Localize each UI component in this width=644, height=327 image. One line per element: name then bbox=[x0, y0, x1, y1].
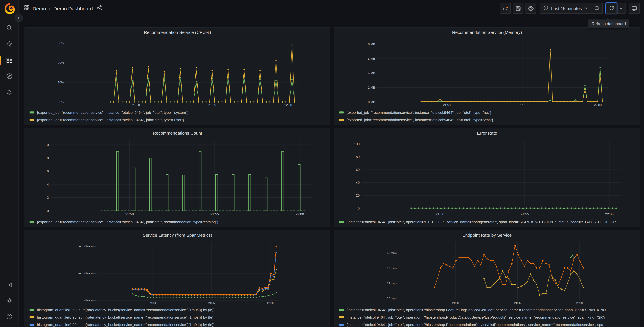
legend-item[interactable]: {instance="otelcol:9464", job="otel", op… bbox=[339, 321, 637, 327]
apps-grid-icon bbox=[24, 5, 30, 12]
time-range-picker[interactable]: Last 15 minutes bbox=[540, 3, 592, 14]
svg-text:20%: 20% bbox=[58, 61, 64, 64]
svg-text:21:50: 21:50 bbox=[125, 212, 134, 216]
legend-swatch-yellow bbox=[339, 316, 344, 318]
svg-text:0.3 req/s: 0.3 req/s bbox=[387, 252, 396, 254]
svg-text:21:55: 21:55 bbox=[520, 212, 529, 216]
svg-text:0 milliseconds: 0 milliseconds bbox=[81, 299, 97, 302]
legend-label: {instance="otelcol:9464", job="otel", op… bbox=[346, 315, 605, 319]
sidebar-item-help[interactable] bbox=[2, 311, 16, 324]
save-dashboard-button[interactable] bbox=[513, 3, 524, 14]
svg-text:21:50: 21:50 bbox=[452, 302, 459, 304]
search-icon bbox=[6, 24, 12, 32]
time-range-label: Last 15 minutes bbox=[551, 6, 582, 11]
chart-canvas-memory[interactable]: 21:5021:5522:000 MB2 MB4 MB6 MB8 MB bbox=[337, 37, 637, 108]
refresh-dashboard-button[interactable] bbox=[606, 3, 617, 14]
svg-text:8: 8 bbox=[47, 156, 49, 160]
legend: {instance="otelcol:9464", job="otel", op… bbox=[337, 306, 637, 327]
sidebar-item-explore[interactable] bbox=[2, 70, 16, 83]
panel-error-rate: Error Rate 21:5021:5522:00020406080100 {… bbox=[334, 128, 640, 227]
dashboard-toolbar: Last 15 minutes bbox=[500, 3, 640, 14]
legend-swatch-blue bbox=[339, 324, 344, 326]
svg-text:60: 60 bbox=[356, 168, 360, 172]
legend-item[interactable]: {instance="otelcol:9464", job="otel", op… bbox=[339, 314, 637, 321]
panel-endpoint-rate: Endpoint Rate by Service 21:5021:5522:00… bbox=[334, 230, 640, 327]
refresh-tooltip-text: Refresh dashboard bbox=[592, 22, 626, 26]
kiosk-mode-button[interactable] bbox=[629, 3, 640, 14]
svg-text:8 MB: 8 MB bbox=[368, 43, 375, 46]
panel-title[interactable]: Recommendation Service (Memory) bbox=[337, 28, 637, 37]
legend-item[interactable]: {instance="otelcol:9464", job="otel", op… bbox=[339, 218, 637, 226]
sidebar-item-search[interactable] bbox=[2, 22, 16, 35]
legend-item[interactable]: histogram_quantile(0.50, sum(rate(latenc… bbox=[30, 306, 327, 314]
svg-text:10%: 10% bbox=[58, 81, 64, 84]
legend-item[interactable]: histogram_quantile(0.95, sum(rate(latenc… bbox=[30, 314, 327, 321]
legend-swatch-green bbox=[30, 309, 34, 311]
panel-recommendation-cpu: Recommendation Service (CPU%) 21:5021:55… bbox=[24, 27, 330, 125]
share-icon[interactable] bbox=[97, 5, 102, 12]
sidebar-item-admin[interactable] bbox=[2, 295, 16, 308]
refresh-icon bbox=[608, 5, 614, 12]
panel-recommendation-memory: Recommendation Service (Memory) 21:5021:… bbox=[334, 27, 640, 125]
legend-label: {instance="otelcol:9464", job="otel", op… bbox=[346, 220, 616, 224]
chevron-right-icon: › bbox=[18, 16, 20, 20]
svg-text:4: 4 bbox=[47, 183, 49, 186]
compass-icon bbox=[6, 73, 12, 81]
main-area: Demo / Demo Dashboard bbox=[19, 0, 644, 327]
legend-item[interactable]: histogram_quantile(0.99, sum(rate(latenc… bbox=[30, 321, 327, 327]
breadcrumb: Demo / Demo Dashboard bbox=[24, 5, 102, 12]
add-panel-button[interactable] bbox=[500, 3, 511, 14]
breadcrumb-dashboard-title[interactable]: Demo Dashboard bbox=[54, 6, 93, 11]
svg-text:0.0 req/s: 0.0 req/s bbox=[387, 297, 396, 300]
panel-title[interactable]: Endpoint Rate by Service bbox=[337, 231, 637, 240]
panel-service-latency: Service Latency (from SpanMetrics) 21:50… bbox=[24, 230, 330, 327]
zoom-out-time-button[interactable] bbox=[592, 3, 603, 14]
sidebar-item-alerting[interactable] bbox=[2, 86, 16, 100]
legend-label: histogram_quantile(0.99, sum(rate(latenc… bbox=[37, 323, 214, 327]
sidebar-item-dashboards[interactable] bbox=[2, 54, 16, 67]
legend-swatch-blue bbox=[30, 324, 34, 326]
dashboard-settings-button[interactable] bbox=[526, 3, 536, 14]
chart-canvas-endpoint-rate[interactable]: 21:5021:5522:000.0 req/s0.1 req/s0.2 req… bbox=[337, 240, 637, 306]
legend-swatch-yellow bbox=[339, 119, 344, 121]
legend-swatch-green bbox=[339, 309, 344, 311]
svg-text:0: 0 bbox=[358, 206, 360, 210]
legend-item[interactable]: {exported_job="recommendationservice", i… bbox=[30, 218, 327, 226]
legend-item[interactable]: {instance="otelcol:9464", job="otel", op… bbox=[339, 306, 637, 314]
panel-title[interactable]: Recommendation Service (CPU%) bbox=[28, 28, 327, 37]
panel-recommendations-count: Recommendations Count 21:5021:5522:00024… bbox=[24, 128, 330, 227]
svg-text:22:00: 22:00 bbox=[296, 212, 304, 216]
panel-title[interactable]: Error Rate bbox=[337, 129, 637, 138]
panel-title[interactable]: Service Latency (from SpanMetrics) bbox=[28, 231, 327, 240]
chart-canvas-cpu[interactable]: 21:5021:5522:000%10%20%30% bbox=[28, 37, 327, 108]
svg-text:100: 100 bbox=[354, 142, 360, 146]
svg-text:0.2 req/s: 0.2 req/s bbox=[387, 266, 396, 270]
panel-title[interactable]: Recommendations Count bbox=[28, 129, 327, 138]
chart-canvas-error-rate[interactable]: 21:5021:5522:00020406080100 bbox=[337, 138, 637, 218]
refresh-interval-dropdown[interactable] bbox=[617, 3, 626, 14]
clock-icon bbox=[543, 5, 548, 12]
legend-item[interactable]: {exported_job="recommendationservice", i… bbox=[30, 109, 327, 116]
breadcrumb-folder[interactable]: Demo bbox=[32, 6, 46, 11]
chart-canvas-count[interactable]: 21:5021:5522:000246810 bbox=[28, 138, 327, 218]
sidebar-item-sign-in[interactable] bbox=[2, 279, 16, 292]
sidebar-item-starred[interactable] bbox=[2, 38, 16, 51]
chart-canvas-latency[interactable]: 21:5021:5522:000 milliseconds200 millise… bbox=[28, 240, 327, 306]
active-indicator bbox=[0, 56, 0, 66]
legend: histogram_quantile(0.50, sum(rate(latenc… bbox=[28, 306, 327, 327]
svg-text:21:50: 21:50 bbox=[443, 104, 451, 107]
svg-text:80: 80 bbox=[356, 155, 360, 159]
legend-label: {exported_job="recommendationservice", i… bbox=[37, 118, 184, 122]
svg-text:4 MB: 4 MB bbox=[368, 72, 375, 75]
sidebar-expand-button[interactable]: › bbox=[15, 14, 23, 22]
svg-text:0%: 0% bbox=[60, 100, 64, 104]
legend-item[interactable]: {exported_job="recommendationservice", i… bbox=[339, 109, 637, 116]
svg-text:22:00: 22:00 bbox=[284, 104, 292, 107]
legend-swatch-yellow bbox=[30, 316, 34, 318]
grafana-logo-icon[interactable] bbox=[3, 3, 15, 15]
help-icon bbox=[6, 313, 12, 321]
legend-item[interactable]: {exported_job="recommendationservice", i… bbox=[30, 116, 327, 124]
legend-label: histogram_quantile(0.95, sum(rate(latenc… bbox=[37, 315, 214, 319]
svg-text:21:55: 21:55 bbox=[518, 104, 526, 107]
legend-item[interactable]: {exported_job="recommendationservice", i… bbox=[339, 116, 637, 124]
